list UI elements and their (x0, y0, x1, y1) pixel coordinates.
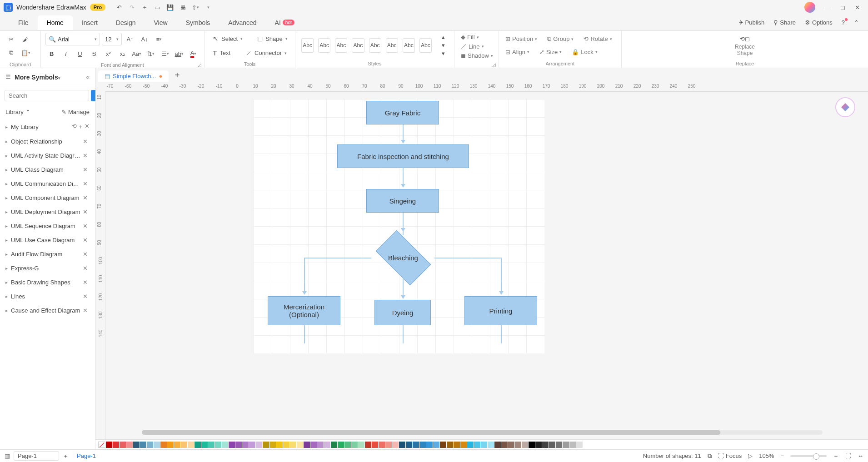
open-button[interactable]: ▭ (151, 1, 164, 14)
shape-mercerization[interactable]: Mercerization (Optional) (268, 296, 340, 325)
connector[interactable] (304, 258, 371, 258)
position-button[interactable]: ⊞ Position▾ (504, 35, 539, 43)
library-item[interactable]: ▸UML Class Diagram✕ (0, 163, 95, 177)
color-swatch[interactable] (488, 442, 494, 448)
color-swatch[interactable] (297, 442, 303, 448)
redo-button[interactable]: ↷ (125, 1, 138, 14)
close-library-icon[interactable]: ✕ (81, 251, 90, 258)
share-button[interactable]: ⚲ Share (770, 17, 799, 28)
presentation-button[interactable]: ▷ (748, 452, 753, 459)
connector[interactable] (403, 277, 404, 298)
color-swatch[interactable] (147, 442, 153, 448)
color-swatch[interactable] (563, 442, 569, 448)
color-swatch[interactable] (392, 442, 399, 448)
color-swatch[interactable] (474, 442, 480, 448)
help-button[interactable]: ? (838, 17, 848, 28)
close-library-icon[interactable]: ✕ (81, 152, 90, 159)
library-item[interactable]: ▸Basic Drawing Shapes✕ (0, 275, 95, 289)
color-swatch[interactable] (174, 442, 180, 448)
color-swatch[interactable] (576, 442, 583, 448)
font-family-select[interactable]: 🔍 Arial ▾ (45, 33, 100, 45)
tab-file[interactable]: File (9, 15, 38, 30)
save-button[interactable]: 💾 (164, 1, 176, 14)
color-swatch[interactable] (167, 442, 174, 448)
color-swatch[interactable] (235, 442, 242, 448)
color-swatch[interactable] (529, 442, 535, 448)
color-swatch[interactable] (201, 442, 208, 448)
case-button[interactable]: Aa▾ (130, 47, 143, 60)
close-library-icon[interactable]: ✕ (81, 138, 90, 145)
bold-button[interactable]: B (45, 47, 58, 60)
connector[interactable] (304, 258, 305, 294)
color-swatch[interactable] (222, 442, 228, 448)
maximize-button[interactable]: ◻ (835, 1, 850, 14)
shape-fabric-inspection[interactable]: Fabric inspection and stitching (337, 144, 469, 168)
color-swatch[interactable] (263, 442, 269, 448)
manage-library-button[interactable]: ✎ Manage (61, 109, 90, 115)
horizontal-scrollbar[interactable] (142, 430, 823, 435)
ai-assistant-button[interactable] (835, 97, 855, 117)
library-item[interactable]: ▸My Library⟲＋✕ (0, 119, 95, 134)
shape-singeing[interactable]: Singeing (366, 189, 439, 213)
color-swatch[interactable] (140, 442, 146, 448)
lock-button[interactable]: 🔒 Lock▾ (570, 48, 599, 56)
color-swatch[interactable] (556, 442, 562, 448)
color-swatch[interactable] (433, 442, 439, 448)
color-swatch[interactable] (385, 442, 392, 448)
color-swatch[interactable] (195, 442, 201, 448)
color-swatch[interactable] (344, 442, 351, 448)
replace-shape-button[interactable]: ⟲◻ (738, 35, 751, 44)
color-swatch[interactable] (365, 442, 371, 448)
library-item[interactable]: ▸Express-G✕ (0, 261, 95, 275)
styles-down-button[interactable]: ▾ (437, 42, 449, 49)
qat-more-button[interactable]: ▾ (202, 1, 215, 14)
color-swatch[interactable] (242, 442, 249, 448)
color-swatch[interactable] (106, 442, 112, 448)
color-swatch[interactable] (542, 442, 549, 448)
style-preset-7[interactable]: Abc (403, 38, 415, 53)
library-item[interactable]: ▸Audit Flow Diagram✕ (0, 247, 95, 261)
superscript-button[interactable]: x² (102, 47, 115, 60)
style-preset-2[interactable]: Abc (318, 38, 330, 53)
close-library-icon[interactable]: ✕ (81, 293, 90, 300)
page-selector[interactable]: Page-1 (14, 451, 59, 461)
color-swatch[interactable] (208, 442, 215, 448)
shadow-button[interactable]: ◼ Shadow▾ (459, 51, 495, 60)
user-avatar[interactable] (804, 2, 815, 13)
color-swatch[interactable] (160, 442, 167, 448)
publish-button[interactable]: ✈ Publish (735, 17, 768, 28)
close-library-icon[interactable]: ✕ (81, 237, 90, 243)
library-item[interactable]: ▸UML Deployment Diagram✕ (0, 205, 95, 219)
color-swatch[interactable] (338, 442, 344, 448)
close-library-icon[interactable]: ✕ (81, 279, 90, 286)
tab-advanced[interactable]: Advanced (219, 15, 265, 30)
color-swatch[interactable] (229, 442, 235, 448)
shape-printing[interactable]: Printing (464, 296, 537, 325)
connector[interactable] (403, 124, 404, 142)
close-library-icon[interactable]: ✕ (81, 265, 90, 272)
shape-dyeing[interactable]: Dyeing (374, 300, 431, 325)
color-swatch[interactable] (494, 442, 501, 448)
no-fill-swatch[interactable] (98, 442, 105, 448)
select-tool[interactable]: ↖Select▾ (209, 33, 246, 45)
close-library-icon[interactable]: ✕ (81, 209, 90, 215)
font-expand-button[interactable]: ◿ (198, 62, 201, 67)
text-tool[interactable]: TText (209, 47, 234, 59)
close-library-icon[interactable]: ✕ (81, 194, 90, 201)
color-swatch[interactable] (535, 442, 542, 448)
line-spacing-button[interactable]: ⇅▾ (145, 47, 157, 60)
style-preset-5[interactable]: Abc (369, 38, 381, 53)
align-menu-button[interactable]: ≡▾ (153, 33, 165, 45)
library-item[interactable]: ▸Object Relationship✕ (0, 134, 95, 149)
library-item[interactable]: ▸UML Use Case Diagram✕ (0, 233, 95, 247)
export-button[interactable]: ⇧ ▾ (189, 1, 202, 14)
fit-width-button[interactable]: ↔ (858, 452, 863, 459)
color-swatch[interactable] (467, 442, 474, 448)
library-item[interactable]: ▸UML Component Diagram✕ (0, 191, 95, 205)
color-swatch[interactable] (290, 442, 296, 448)
color-swatch[interactable] (120, 442, 126, 448)
layers-button[interactable]: ⧉ (708, 452, 712, 460)
color-swatch[interactable] (372, 442, 378, 448)
fill-button[interactable]: ◆ Fill▾ (459, 33, 481, 41)
canvas[interactable]: Gray Fabric Fabric inspection and stitch… (105, 92, 868, 435)
